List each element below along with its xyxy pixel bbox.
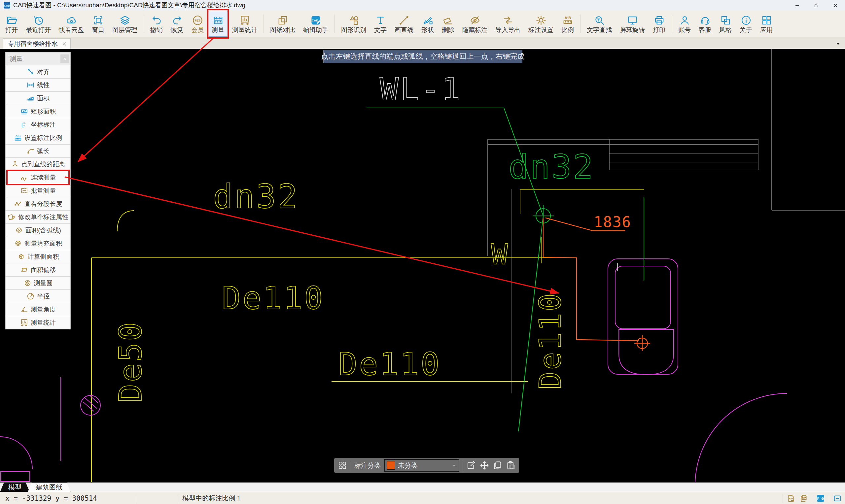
document-tab[interactable]: 专用宿舍楼给排水 (3, 38, 71, 49)
minimized-window-icon[interactable] (833, 494, 842, 503)
toolbar-style-button[interactable]: 风格 (715, 11, 736, 37)
toolbar-recent-open-button[interactable]: 最近打开 (22, 11, 55, 37)
drawing-canvas[interactable]: WL-1 dn32 dn32 De110 De110 W De50 De110 … (0, 49, 845, 482)
toolbar-delete-button[interactable]: 删除 (438, 11, 458, 37)
area-icon (27, 94, 35, 102)
cad-text-wl1: WL-1 (380, 71, 462, 107)
toolbar-open-button[interactable]: 打开 (1, 11, 22, 37)
tabbar-dropdown-icon[interactable] (834, 41, 842, 47)
panel-item-segment-length[interactable]: 查看分段长度 (6, 197, 70, 210)
toolbar-about-button[interactable]: 关于 (736, 11, 756, 37)
panel-item-side-area[interactable]: 计算侧面积 (6, 250, 70, 263)
toolbar-undo-button[interactable]: 撤销 (146, 11, 167, 37)
toolbar-customer-service-button[interactable]: 客服 (695, 11, 715, 37)
toolbar-layer-manager-button[interactable]: 图层管理 (108, 11, 141, 37)
toolbar-import-export-button[interactable]: 导入导出 (491, 11, 524, 37)
category-bar-label: 标注分类 (354, 461, 381, 470)
measure-panel-list: 对齐线性面积矩形面积x–y–坐标标注A:B设置标注比例弧长点到直线的距离连续测量… (6, 65, 70, 329)
toolbar-button-label: 应用 (760, 27, 773, 33)
toolbar-hide-annotations-button[interactable]: 隐藏标注 (458, 11, 491, 37)
toolbar-shape-recognize-button[interactable]: 图形识别 (337, 11, 370, 37)
panel-item-label: 面积偏移 (31, 266, 56, 274)
move-annotation-button[interactable] (479, 461, 489, 470)
toolbar-sheet-compare-button[interactable]: 图纸对比 (266, 11, 299, 37)
toolbar-scale-button[interactable]: A:B比例 (558, 11, 578, 37)
stats-icon (20, 319, 29, 327)
panel-item-area-offset[interactable]: 面积偏移 (6, 263, 70, 276)
cad-drawing: WL-1 dn32 dn32 De110 De110 W De50 De110 … (0, 49, 845, 482)
toolbar-window-button[interactable]: 窗口 (88, 11, 108, 37)
toolbar-account-button[interactable]: 账号 (674, 11, 695, 37)
panel-item-measure-statistics[interactable]: 测量统计 (6, 316, 70, 329)
toolbar-draw-line-button[interactable]: 画直线 (391, 11, 417, 37)
sheet-tab-model[interactable]: 模型 (0, 483, 30, 492)
coord-icon: x–y– (20, 121, 29, 129)
pdf-to-dwg-icon[interactable]: P→D (816, 494, 825, 503)
panel-item-fill-area[interactable]: 测量填充面积 (6, 237, 70, 250)
toolbar-screen-rotate-button[interactable]: 屏幕旋转 (616, 11, 649, 37)
sheet-tab-drawing[interactable]: 建筑图纸 (28, 483, 71, 492)
panel-item-measure-circle[interactable]: 测量圆 (6, 276, 70, 289)
toolbar-button-label: 导入导出 (495, 27, 521, 33)
window-title: CAD快速看图 - C:\Users\ruohan\Desktop\CAD快速看… (13, 1, 245, 10)
paste-annotation-button[interactable] (506, 461, 516, 470)
pdf-batch-export-icon[interactable]: PDF (799, 494, 808, 503)
toolbar-measure-stats-button[interactable]: 测量统计 (228, 11, 261, 37)
restore-button[interactable] (807, 0, 826, 11)
cad-text-w: W (491, 238, 510, 271)
shapes-icon (422, 15, 433, 26)
headset-icon (700, 15, 710, 26)
minimize-button[interactable] (788, 0, 807, 11)
copy-annotation-button[interactable] (493, 461, 503, 470)
cad-text-dn32-yellow: dn32 (213, 177, 299, 216)
toolbar-edit-assistant-button[interactable]: CAD编辑助手 (299, 11, 332, 37)
toolbar-shapes-button[interactable]: 形状 (417, 11, 438, 37)
panel-item-label: 批量测量 (31, 186, 56, 195)
panel-item-rect-area[interactable]: 矩形面积 (6, 105, 70, 118)
panel-item-area[interactable]: 面积 (6, 91, 70, 105)
pdf-export-icon[interactable]: PDF (787, 494, 795, 503)
panel-item-label: 测量填充面积 (24, 239, 62, 248)
toolbar-button-label: 打开 (5, 27, 18, 33)
toolbar-button-label: 图纸对比 (270, 27, 295, 33)
toolbar-button-label: 关于 (740, 27, 752, 33)
panel-item-edit-annotation-attr[interactable]: 修改单个标注属性 (6, 210, 70, 223)
panel-item-align[interactable]: 对齐 (6, 65, 70, 78)
edit-annotation-button[interactable] (466, 461, 476, 470)
panel-item-arc-length[interactable]: 弧长 (6, 144, 70, 158)
panel-item-label: 设置标注比例 (24, 134, 62, 142)
toolbar-vip-member-button[interactable]: VIP会员 (187, 11, 208, 37)
titlebar: CAD CAD快速看图 - C:\Users\ruohan\Desktop\CA… (0, 0, 845, 11)
toolbar-separator (672, 15, 672, 33)
panel-item-continuous-measure[interactable]: 连续测量 (6, 170, 70, 184)
toolbar-print-button[interactable]: 打印 (649, 11, 669, 37)
toolbar-measure-button[interactable]: 测量 (208, 11, 228, 37)
panel-item-label: 测量统计 (31, 319, 56, 327)
category-grid-button[interactable] (337, 461, 347, 470)
window-controls (788, 0, 845, 11)
toolbar-text-button[interactable]: 文字 (370, 11, 391, 37)
toolbar-button-label: 风格 (719, 27, 732, 33)
panel-item-point-to-line[interactable]: 点到直线的距离 (6, 158, 70, 170)
panel-item-radius[interactable]: 半径 (6, 289, 70, 303)
panel-item-linear[interactable]: 线性 (6, 78, 70, 91)
folder-open-icon (6, 15, 17, 26)
panel-close-button[interactable] (60, 54, 69, 63)
toolbar-apps-button[interactable]: 应用 (756, 11, 777, 37)
panel-item-area-with-arc[interactable]: 面积(含弧线) (6, 223, 70, 237)
panel-item-set-annotation-scale[interactable]: A:B设置标注比例 (6, 131, 70, 144)
fill-area-icon (14, 239, 22, 248)
panel-item-batch-measure[interactable]: 批量测量 (6, 184, 70, 197)
status-bar: x = -331329 y = 300514 模型中的标注比例:1 PDF PD… (0, 492, 845, 504)
main-toolbar: 打开最近打开快看云盘窗口图层管理撤销恢复VIP会员测量测量统计图纸对比CAD编辑… (0, 11, 845, 37)
tab-close-icon[interactable] (62, 41, 67, 47)
toolbar-cloud-drive-button[interactable]: 快看云盘 (55, 11, 88, 37)
category-select[interactable]: 未分类 (384, 459, 459, 472)
toolbar-text-search-button[interactable]: 文字查找 (583, 11, 616, 37)
rect-area-icon (20, 107, 29, 115)
panel-item-measure-angle[interactable]: 测量角度 (6, 303, 70, 316)
close-button[interactable] (826, 0, 845, 11)
toolbar-redo-button[interactable]: 恢复 (167, 11, 187, 37)
panel-item-coordinate-mark[interactable]: x–y–坐标标注 (6, 118, 70, 131)
toolbar-annotation-settings-button[interactable]: 标注设置 (524, 11, 558, 37)
